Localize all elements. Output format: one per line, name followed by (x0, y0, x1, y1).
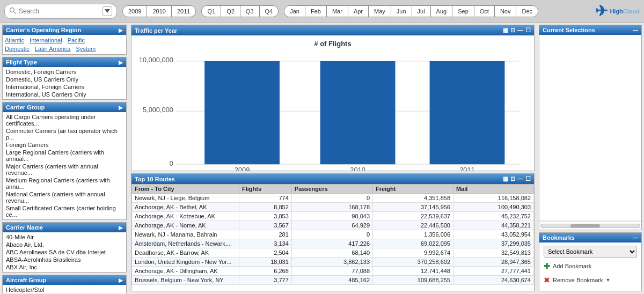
month-mar-button[interactable]: Mar (327, 6, 348, 17)
chart-body: # of Flights 10,000,000 5,000,000 0 (131, 35, 534, 171)
chart-icon-table[interactable]: ▦ (503, 27, 508, 34)
month-aug-button[interactable]: Aug (431, 6, 453, 17)
scrollbar-track[interactable] (540, 224, 640, 228)
cell-freight: 370,258,602 (373, 258, 453, 267)
cell-passengers: 0 (291, 230, 372, 239)
cell-city: Anchorage, AK - Dillingham, AK (132, 267, 239, 276)
table-row[interactable]: Anchorage, AK - Nome, AK 3,567 64,929 22… (132, 221, 534, 230)
region-latin-america[interactable]: Latin America (35, 46, 71, 52)
quarter-q1-button[interactable]: Q1 (202, 6, 221, 17)
year-2011-button[interactable]: 2011 (172, 6, 195, 17)
chart-panel: Traffic per Year ▦ ⊡ — ☐ # of Flights 10… (131, 25, 535, 171)
flight-type-item-0[interactable]: Domestic, Foreign Carriers (5, 68, 124, 76)
chart-area[interactable]: 10,000,000 5,000,000 0 2009 2010 (136, 50, 530, 171)
chart-icon-close[interactable]: ☐ (525, 27, 531, 34)
carrier-group-item-7[interactable]: Small Certificated Carriers (carrier hol… (5, 204, 124, 218)
region-international[interactable]: International (30, 37, 62, 43)
flight-type-item-1[interactable]: Domestic, US Carriers Only (5, 76, 124, 83)
carrier-group-item-4[interactable]: Major Carriers (carriers with annual rev… (5, 163, 124, 177)
col-freight[interactable]: Freight (373, 185, 453, 194)
table-row[interactable]: Anchorage, AK - Bethel, AK 8,852 168,178… (132, 203, 534, 212)
logo: ✈ HighCloud (595, 2, 640, 20)
year-2010-button[interactable]: 2010 (147, 6, 171, 17)
aircraft-group-header[interactable]: Aircraft Group ▶ (3, 275, 126, 285)
current-selections-minimize-icon[interactable]: — (633, 27, 638, 33)
table-icon-minimize[interactable]: — (517, 175, 523, 182)
month-apr-button[interactable]: Apr (348, 6, 369, 17)
selections-scroll[interactable] (541, 37, 639, 218)
flight-type-item-3[interactable]: International, US Carriers Only (5, 91, 124, 98)
aircraft-group-item-0[interactable]: Helicopter/Stol (5, 286, 124, 293)
search-dropdown-button[interactable] (103, 6, 112, 16)
carrier-name-item-4[interactable]: ABX Air, Inc. (5, 263, 124, 271)
flight-type-header[interactable]: Flight Type ▶ (3, 57, 126, 67)
add-bookmark-button[interactable]: ✚ Add Bookmark (544, 261, 637, 271)
carrier-group-item-1[interactable]: Commuter Carriers (air taxi operator whi… (5, 127, 124, 141)
carrier-name-item-3[interactable]: ABSA-Aerolinhas Brasileiras (5, 256, 124, 263)
carrier-group-header[interactable]: Carrier Group ▶ (3, 102, 126, 112)
carrier-group-item-6[interactable]: National Carriers (carriers with annual … (5, 190, 124, 204)
table-row[interactable]: Amsterdam, Netherlands - Newark,... 3,13… (132, 239, 534, 248)
table-row[interactable]: London, United Kingdom - New Yor... 18,0… (132, 258, 534, 267)
chart-icon-minimize[interactable]: — (517, 27, 523, 34)
month-dec-button[interactable]: Dec (516, 6, 538, 17)
table-row[interactable]: Anchorage, AK - Kotzebue, AK 3,853 98,04… (132, 212, 534, 221)
month-oct-button[interactable]: Oct (474, 6, 495, 17)
carrier-region-header[interactable]: Carrier's Operating Region ▶ (3, 25, 126, 35)
flight-type-title: Flight Type (6, 59, 37, 65)
region-domestic[interactable]: Domestic (5, 46, 30, 52)
month-nov-button[interactable]: Nov (495, 6, 517, 17)
year-2009-button[interactable]: 2009 (123, 6, 147, 17)
carrier-group-item-5[interactable]: Medium Regional Carriers (carriers with … (5, 177, 124, 190)
cell-freight: 22,539,637 (373, 212, 453, 221)
bookmarks-minimize-icon[interactable]: — (633, 235, 638, 241)
flight-type-item-2[interactable]: International, Foreign Carriers (5, 83, 124, 91)
month-may-button[interactable]: May (369, 6, 391, 17)
remove-bookmark-button[interactable]: ✖ Remove Bookmark ▼ (544, 275, 637, 285)
aircraft-group-panel: Aircraft Group ▶ Helicopter/Stol Jet, 2-… (2, 275, 127, 293)
carrier-group-item-2[interactable]: Foreign Carriers (5, 141, 124, 149)
col-flights[interactable]: Flights (239, 185, 292, 194)
carrier-name-header[interactable]: Carrier Name ▶ (3, 223, 126, 232)
bookmarks-header[interactable]: Bookmarks — (539, 233, 641, 242)
table-row[interactable]: Newark, NJ - Liege, Belgium 774 0 4,351,… (132, 194, 534, 203)
table-icon-close[interactable]: ☐ (525, 175, 531, 182)
cell-flights: 8,852 (239, 203, 292, 212)
carrier-name-item-0[interactable]: 40-Mile Air (5, 233, 124, 241)
col-city[interactable]: From - To City (132, 185, 239, 194)
month-jan-button[interactable]: Jan (284, 6, 305, 17)
carrier-group-item-0[interactable]: All Cargo Carriers operating under certi… (5, 113, 124, 127)
table-icon-table[interactable]: ▦ (503, 175, 508, 182)
search-input[interactable] (19, 8, 100, 15)
carrier-group-panel: Carrier Group ▶ All Cargo Carriers opera… (2, 102, 127, 220)
carrier-name-item-2[interactable]: ABC Aerolineas SA de CV dba Interjet (5, 248, 124, 256)
month-feb-button[interactable]: Feb (305, 6, 327, 17)
table-row[interactable]: Deadhorse, AK - Barrow, AK 2,504 68,140 … (132, 248, 534, 258)
cell-city: London, United Kingdom - New Yor... (132, 258, 239, 267)
col-mail[interactable]: Mail (453, 185, 534, 194)
col-passengers[interactable]: Passengers (291, 185, 372, 194)
month-sep-button[interactable]: Sep (452, 6, 474, 17)
region-atlantic[interactable]: Atlantic (5, 37, 24, 43)
carrier-group-item-3[interactable]: Large Regional Carriers (carriers with a… (5, 149, 124, 163)
current-selections-panel: Current Selections — (539, 25, 642, 230)
carrier-region-body: Atlantic International Pacific Domestic … (3, 35, 126, 54)
chart-icon-expand[interactable]: ⊡ (510, 27, 515, 34)
month-jul-button[interactable]: Jul (412, 6, 431, 17)
quarter-q2-button[interactable]: Q2 (221, 6, 240, 17)
current-selections-header[interactable]: Current Selections — (539, 25, 641, 35)
cell-city: Brussels, Belgium - New York, NY (132, 276, 239, 285)
bookmark-select[interactable]: Select Bookmark (544, 246, 637, 258)
table-title: Top 10 Routes (135, 176, 175, 182)
region-system[interactable]: System (76, 46, 96, 52)
region-pacific[interactable]: Pacific (68, 37, 85, 43)
table-icon-expand[interactable]: ⊡ (510, 175, 515, 182)
carrier-name-item-1[interactable]: Abaco Air, Ltd. (5, 241, 124, 248)
quarter-q3-button[interactable]: Q3 (240, 6, 260, 17)
table-row[interactable]: Anchorage, AK - Dillingham, AK 6,268 77,… (132, 267, 534, 276)
table-row[interactable]: Brussels, Belgium - New York, NY 3,777 4… (132, 276, 534, 285)
table-row[interactable]: Newark, NJ - Manama, Bahrain 281 0 1,356… (132, 230, 534, 239)
month-jun-button[interactable]: Jun (391, 6, 412, 17)
quarter-q4-button[interactable]: Q4 (260, 6, 279, 17)
right-sidebar: Current Selections — Bookmarks — Select … (537, 23, 644, 293)
